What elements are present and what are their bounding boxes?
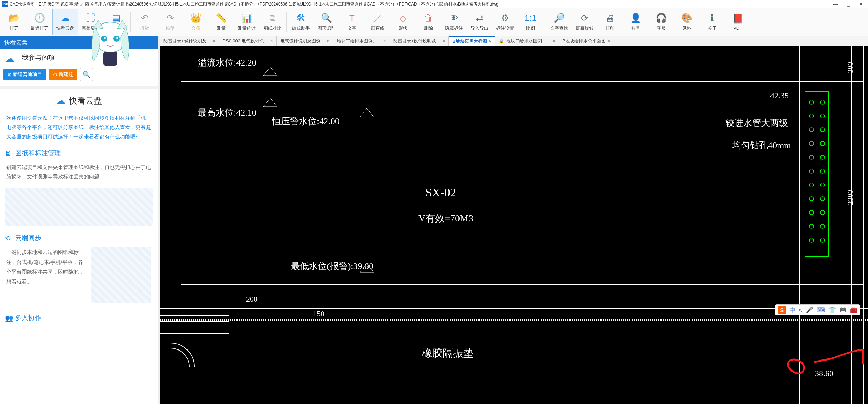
line-button[interactable]: ／画直线 — [365, 9, 390, 35]
svg-marker-25 — [360, 264, 374, 272]
folder-open-icon: 📂 — [9, 13, 20, 24]
search-button[interactable]: 🔍 — [80, 68, 93, 81]
account-button[interactable]: 👤账号 — [623, 9, 648, 35]
ime-keyboard-icon[interactable]: ⌨ — [817, 306, 825, 314]
svg-rect-26 — [160, 315, 229, 322]
pdf-button[interactable]: 📕PDF — [725, 9, 750, 35]
plus-icon: ⊕ — [53, 72, 57, 77]
section-body: 一键同步本地和云端的图纸和标注，台式机/笔记本/手机/平板，各个平台图纸标注共享… — [6, 247, 86, 303]
search-text-icon: 🔎 — [554, 13, 565, 24]
search-icon: 🔍 — [83, 71, 90, 78]
svg-marker-22 — [263, 67, 277, 76]
close-tab-icon[interactable]: × — [213, 39, 215, 43]
import-export-button[interactable]: ⇄导入导出 — [467, 9, 492, 35]
document-tab[interactable]: 防雷目录+设计说明及…× — [390, 36, 449, 46]
dim-42-35: 42.35 — [770, 91, 789, 100]
minimize-button[interactable]: — — [833, 1, 838, 7]
find-text-button[interactable]: 🔎文字查找 — [546, 9, 572, 35]
close-tab-icon[interactable]: × — [384, 39, 386, 43]
compare-button[interactable]: ⧉图纸对比 — [260, 9, 285, 35]
redo-button[interactable]: ↷恢复 — [158, 9, 183, 35]
layer-button[interactable]: ▤图层管理 — [103, 9, 129, 35]
line-icon: ／ — [372, 13, 383, 24]
label-overflow: 溢流水位:42.20 — [198, 57, 256, 69]
clock-icon: 🕘 — [34, 13, 45, 24]
separator — [130, 12, 131, 32]
svg-point-12 — [809, 183, 814, 187]
recognize-button[interactable]: 🔍图形识别 — [314, 9, 339, 35]
close-tab-icon[interactable]: × — [271, 39, 273, 43]
style-button[interactable]: 🎨风格 — [674, 9, 699, 35]
new-super-project-button[interactable]: ⊕新建超 — [49, 69, 77, 80]
maximize-button[interactable]: ▢ — [846, 1, 851, 7]
close-tab-icon[interactable]: × — [489, 39, 492, 44]
fullview-button[interactable]: ⛶完整显示 — [78, 9, 103, 35]
new-normal-project-button[interactable]: ⊕新建普通项目 — [3, 69, 46, 80]
document-tab[interactable]: 防雷目录+设计说明及…× — [160, 36, 219, 46]
ime-mode[interactable]: 中 — [789, 306, 795, 314]
undo-button[interactable]: ↶撤销 — [132, 9, 158, 35]
ime-game-icon[interactable]: 🎮 — [839, 306, 847, 314]
ime-toolbox-icon[interactable]: 🧰 — [850, 306, 857, 314]
text-button[interactable]: T文字 — [339, 9, 365, 35]
cloud-button[interactable]: ☁快看云盘 — [52, 9, 78, 35]
svg-point-13 — [820, 183, 825, 187]
recognize-icon: 🔍 — [321, 13, 332, 24]
cad-canvas[interactable]: 溢流水位:42.20 最高水位:42.10 恒压警水位:42.00 SX-02 … — [160, 46, 868, 404]
dim-38-60: 38.60 — [815, 369, 834, 378]
illustration — [5, 188, 153, 226]
shape-button[interactable]: ◇形状 — [390, 9, 416, 35]
pdf-icon: 📕 — [732, 13, 743, 24]
layers-icon: ▤ — [111, 13, 122, 24]
sidebar-title: 快看云盘 — [0, 36, 158, 49]
document-tab[interactable]: 电气设计说明及图例…× — [277, 36, 333, 46]
close-tab-icon[interactable]: × — [443, 39, 445, 43]
document-tab[interactable]: 🔒地块二给排水图例、…× — [495, 36, 559, 46]
close-tab-icon[interactable]: × — [327, 39, 330, 43]
svg-point-9 — [820, 155, 825, 159]
edit-helper-button[interactable]: 🛠编辑助手 — [288, 9, 314, 35]
document-tab[interactable]: B地块泵房大样图× — [449, 36, 495, 46]
close-button[interactable]: ✕ — [859, 1, 863, 7]
document-tab[interactable]: 地块二给排水图例、…× — [333, 36, 390, 46]
redo-icon: ↷ — [165, 13, 176, 24]
ime-toolbar[interactable]: S 中 •, 🎤 ⌨ 👕 🎮 🧰 — [775, 304, 860, 315]
shape-icon: ◇ — [397, 13, 408, 24]
open-button[interactable]: 📂打开 — [1, 9, 27, 35]
about-button[interactable]: ℹ关于 — [699, 9, 725, 35]
svg-point-10 — [809, 169, 814, 173]
illustration — [91, 247, 151, 303]
scale-button[interactable]: 1:1比例 — [518, 9, 543, 35]
ime-mic-icon[interactable]: 🎤 — [806, 306, 813, 314]
print-button[interactable]: 🖨打印 — [597, 9, 623, 35]
svg-point-15 — [820, 197, 825, 201]
level-marker-icon — [263, 67, 291, 77]
close-tab-icon[interactable]: × — [553, 39, 555, 43]
svg-point-21 — [820, 238, 825, 242]
svg-point-0 — [809, 100, 814, 104]
vip-button[interactable]: 👑会员 — [183, 9, 209, 35]
svg-point-6 — [809, 141, 814, 146]
section-title: 多人协作 — [15, 313, 41, 322]
delete-button[interactable]: 🗑删除 — [416, 9, 441, 35]
measure-button[interactable]: 📏测量 — [209, 9, 234, 35]
dim-150: 150 — [313, 309, 324, 318]
rotate-screen-button[interactable]: ⟳屏幕旋转 — [572, 9, 597, 35]
svg-point-5 — [820, 128, 825, 132]
lock-icon: 🔒 — [499, 39, 504, 43]
stats-button[interactable]: 📊测量统计 — [234, 9, 260, 35]
label-sx: SX-02 — [425, 186, 456, 199]
svg-marker-23 — [263, 98, 277, 107]
svg-marker-24 — [360, 108, 374, 117]
import-export-icon: ⇄ — [474, 13, 485, 24]
document-tab[interactable]: B地块给排水总平面图× — [559, 36, 614, 46]
close-tab-icon[interactable]: × — [608, 39, 610, 43]
ime-punct-icon[interactable]: •, — [799, 306, 803, 313]
document-tab[interactable]: DS0-002 电气设计总…× — [219, 36, 277, 46]
annot-settings-button[interactable]: ⚙标注设置 — [492, 9, 518, 35]
service-button[interactable]: 🎧客服 — [648, 9, 674, 35]
hide-annot-button[interactable]: 👁隐藏标注 — [441, 9, 467, 35]
ime-skin-icon[interactable]: 👕 — [829, 306, 836, 314]
recent-button[interactable]: 🕘最近打开 — [27, 9, 52, 35]
vip-icon: 👑 — [190, 13, 201, 24]
